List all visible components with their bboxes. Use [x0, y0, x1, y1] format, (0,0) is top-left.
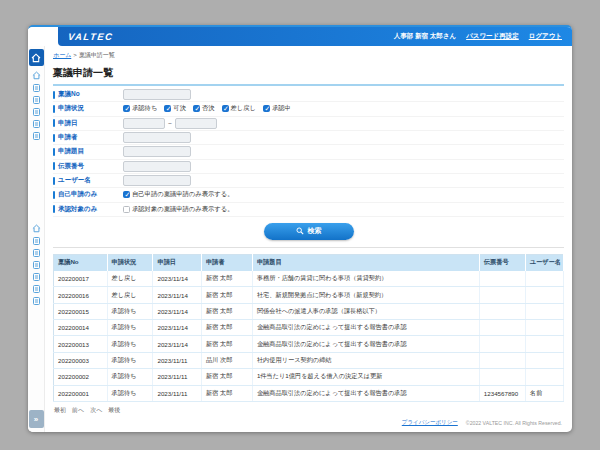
page-title: 稟議申請一覧	[53, 63, 564, 86]
table-row[interactable]: 202200013 承認待ち 2023/11/14 新宿 太郎 金融商品取引法の…	[54, 336, 564, 352]
results-table: 稟議No 申請状況 申請日 申請者 申請題目 伝票番号 ユーザー名 202200…	[53, 254, 564, 402]
cell-status: 承認待ち	[107, 303, 153, 319]
cell-status: 承認待ち	[107, 352, 153, 368]
valtec-logo: VALTEC	[67, 31, 114, 42]
cell-user	[525, 320, 563, 336]
status-option-rejected[interactable]: 否決	[193, 104, 215, 113]
table-row[interactable]: 202200017 差し戻し 2023/11/14 新宿 太郎 事務所・店舗の賃…	[54, 271, 564, 287]
approval-target-checkbox[interactable]: 承認対象の稟議申請のみ表示する。	[123, 205, 234, 214]
checkbox-checked-icon	[123, 191, 130, 198]
status-option-approved[interactable]: 可決	[164, 104, 186, 113]
checkbox-checked-icon	[193, 105, 200, 112]
ringi-no-input[interactable]	[123, 89, 191, 100]
form-row-slip: 伝票番号	[53, 160, 564, 174]
document-icon[interactable]	[32, 272, 41, 281]
form-row-self-only: 自己申請のみ 自己申請の稟議申請のみ表示する。	[53, 188, 564, 202]
cell-date: 2023/11/14	[153, 336, 201, 352]
main-content: ホーム>稟議申請一覧 稟議申請一覧 稟議No 申請状況 承認待ち 可決 否決 差…	[45, 46, 572, 432]
document-icon[interactable]	[32, 95, 41, 104]
search-button-label: 検索	[308, 226, 322, 236]
request-title-input[interactable]	[123, 146, 191, 157]
breadcrumb-current: 稟議申請一覧	[79, 52, 115, 58]
date-to-input[interactable]	[175, 118, 217, 129]
cell-status: 承認待ち	[107, 369, 153, 385]
table-row[interactable]: 202200003 承認待ち 2023/11/11 品川 次郎 社内使用リース契…	[54, 352, 564, 368]
cell-ringi-no: 202200014	[54, 320, 108, 336]
cell-applicant: 新宿 太郎	[201, 287, 252, 303]
form-row-ringi-no: 稟議No	[53, 88, 564, 102]
document-icon[interactable]	[32, 83, 41, 92]
status-option-returned[interactable]: 差し戻し	[222, 104, 256, 113]
document-icon[interactable]	[32, 119, 41, 128]
form-row-date: 申請日 ~	[53, 117, 564, 131]
checkbox-label: 自己申請の稟議申請のみ表示する。	[132, 190, 234, 199]
sidebar-home-button[interactable]	[29, 49, 44, 66]
copyright-text: ©2022 VALTEC INC. All Rights Reserved.	[466, 420, 562, 426]
status-option-in-progress[interactable]: 承認中	[263, 104, 291, 113]
cell-ringi-no: 202200015	[54, 303, 108, 319]
request-title-label: 申請題目	[53, 147, 123, 156]
cell-user	[525, 336, 563, 352]
table-row[interactable]: 202200016 差し戻し 2023/11/14 新宿 太郎 社宅、新規開発拠…	[54, 287, 564, 303]
slip-number-input[interactable]	[123, 161, 191, 172]
cell-date: 2023/11/14	[153, 287, 201, 303]
cell-ringi-no: 202200017	[54, 271, 108, 287]
cell-title: 金融商品取引法の定めによって提出する報告書の承認	[252, 320, 479, 336]
form-row-username: ユーザー名	[53, 174, 564, 188]
search-button[interactable]: 検索	[264, 223, 354, 240]
document-icon[interactable]	[32, 248, 41, 257]
username-input[interactable]	[123, 175, 191, 186]
checkbox-label: 承認対象の稟議申請のみ表示する。	[132, 205, 234, 214]
cell-slip: 1234567890	[479, 385, 525, 401]
applicant-input[interactable]	[123, 132, 191, 143]
building-icon[interactable]	[32, 71, 41, 80]
building-icon[interactable]	[32, 224, 41, 233]
cell-title: 1件当たり1億円を超える借入の決定又は更新	[252, 369, 479, 385]
document-icon[interactable]	[32, 107, 41, 116]
cell-user	[525, 352, 563, 368]
document-icon[interactable]	[32, 284, 41, 293]
table-row[interactable]: 202200002 承認待ち 2023/11/11 新宿 太郎 1件当たり1億円…	[54, 369, 564, 385]
privacy-policy-link[interactable]: プライバシーポリシー	[402, 419, 458, 426]
checkbox-unchecked-icon	[123, 206, 130, 213]
table-row[interactable]: 202200001 承認待ち 2023/11/11 新宿 太郎 金融商品取引法の…	[54, 385, 564, 401]
page-next-link[interactable]: 次へ	[90, 406, 102, 415]
form-row-approval-target: 承認対象のみ 承認対象の稟議申請のみ表示する。	[53, 203, 564, 217]
col-applicant: 申請者	[201, 254, 252, 271]
password-reset-link[interactable]: パスワード再設定	[466, 32, 519, 41]
cell-title: 金融商品取引法の定めによって提出する報告書の承認	[252, 385, 479, 401]
cell-status: 差し戻し	[107, 287, 153, 303]
user-name-label: 人事部 新宿 太郎さん	[394, 32, 456, 41]
cell-user: 名前	[525, 385, 563, 401]
ringi-no-label: 稟議No	[53, 90, 123, 99]
cell-applicant: 新宿 太郎	[201, 303, 252, 319]
page-prev-link[interactable]: 前へ	[72, 406, 84, 415]
self-only-checkbox[interactable]: 自己申請の稟議申請のみ表示する。	[123, 190, 234, 199]
cell-date: 2023/11/14	[153, 303, 201, 319]
date-from-input[interactable]	[123, 118, 165, 129]
logout-link[interactable]: ログアウト	[529, 32, 562, 41]
document-icon[interactable]	[32, 260, 41, 269]
search-button-zone: 検索	[53, 217, 564, 247]
checkbox-checked-icon	[222, 105, 229, 112]
document-icon[interactable]	[32, 236, 41, 245]
breadcrumb-separator: >	[73, 52, 77, 58]
cell-slip	[479, 352, 525, 368]
sidebar-expand-button[interactable]: »	[29, 410, 44, 428]
cell-ringi-no: 202200013	[54, 336, 108, 352]
page-last-link[interactable]: 最後	[108, 406, 120, 415]
breadcrumb-home-link[interactable]: ホーム	[53, 52, 71, 58]
cell-applicant: 品川 次郎	[201, 352, 252, 368]
status-option-pending[interactable]: 承認待ち	[123, 104, 157, 113]
table-row[interactable]: 202200015 承認待ち 2023/11/14 新宿 太郎 関係会社への派遣…	[54, 303, 564, 319]
table-header-row: 稟議No 申請状況 申請日 申請者 申請題目 伝票番号 ユーザー名	[54, 254, 564, 271]
page-first-link[interactable]: 最初	[54, 406, 66, 415]
document-icon[interactable]	[32, 296, 41, 305]
status-label: 申請状況	[53, 104, 123, 113]
col-status: 申請状況	[107, 254, 153, 271]
app-window: VALTEC 人事部 新宿 太郎さん パスワード再設定 ログアウト	[28, 25, 572, 432]
approval-target-label: 承認対象のみ	[53, 205, 123, 214]
table-row[interactable]: 202200014 承認待ち 2023/11/14 新宿 太郎 金融商品取引法の…	[54, 320, 564, 336]
document-icon[interactable]	[32, 131, 41, 140]
date-label: 申請日	[53, 119, 123, 128]
